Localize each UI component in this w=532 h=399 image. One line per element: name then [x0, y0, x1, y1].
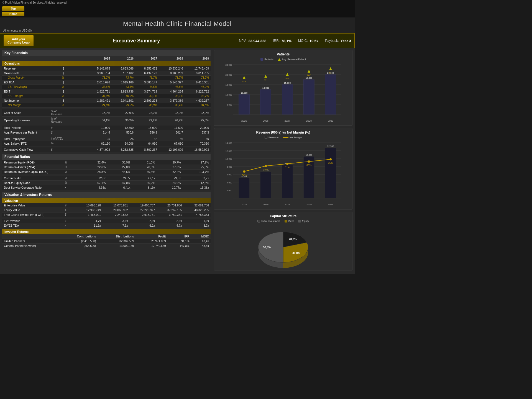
- table-row: Net Income$1.289.4912.041.3012.699.2783.…: [2, 98, 211, 103]
- revenue-legend-label: Revenue: [268, 136, 278, 139]
- svg-rect-62: [304, 157, 314, 198]
- svg-rect-22: [282, 85, 293, 114]
- revenue-margin-chart-title: Revenue (000's) vs Net Margin (%): [216, 131, 350, 134]
- svg-point-68: [243, 170, 245, 173]
- table-row: Current Ratio%22,8x24,7x27,1x29,5x32,7x: [2, 176, 211, 181]
- capital-structure-title: Capital Structure: [216, 214, 350, 218]
- svg-point-74: [308, 160, 310, 163]
- svg-rect-56: [260, 172, 271, 198]
- svg-text:637: 637: [329, 71, 332, 74]
- revenue-margin-legend: Revenue Net Margin: [216, 136, 350, 139]
- svg-text:2028: 2028: [306, 119, 312, 122]
- key-financials-table: 2025 2026 2027 2028 2029 OperationsReven…: [2, 56, 211, 152]
- pie-chart-svg: 20,0%30,0%50,0%: [247, 224, 319, 268]
- margin-legend-line: [283, 137, 288, 138]
- moic-metric: MOIC: 10,6x: [298, 39, 318, 43]
- npv-value: 23.944.328: [248, 39, 266, 43]
- avg-rev-legend-label: Avg. Revenue/Patient: [282, 58, 306, 61]
- valuation-sub-header: Valuation: [2, 198, 211, 203]
- svg-rect-27: [304, 80, 314, 114]
- inv-col-label: [2, 234, 58, 239]
- col-2026: 2026: [112, 56, 135, 61]
- col-2029: 2029: [185, 56, 211, 61]
- svg-text:20,0%: 20,0%: [289, 238, 296, 241]
- svg-text:24%: 24%: [242, 174, 247, 177]
- svg-text:33%: 33%: [306, 164, 311, 167]
- page-title: Mental Health Clinic Financial Model: [0, 17, 355, 29]
- main-layout: Key Financials 2025 2026 2027 2028 2029 …: [0, 48, 355, 274]
- debt-legend-color: [285, 220, 287, 222]
- initial-legend-color: [257, 220, 260, 222]
- home-button[interactable]: Home: [2, 12, 24, 16]
- investor-returns-header: Contributions Distributions Profit IRR M…: [2, 234, 211, 239]
- svg-text:2027: 2027: [285, 203, 290, 206]
- svg-text:2.000: 2.000: [227, 189, 232, 192]
- pie-section: 20,0%30,0%50,0%: [216, 224, 350, 268]
- avg-rev-legend-item: Avg. Revenue/Patient: [278, 58, 306, 61]
- table-row: EV/EBITDAx11,9x7,9x6,2x4,7x3,7x: [2, 223, 211, 228]
- table-row: Avg. Salary / FTE%62.16064.00664.96067.6…: [2, 141, 211, 146]
- right-panel: Patients Patients Avg. Revenue/Patient -…: [213, 50, 352, 273]
- svg-marker-29: [308, 70, 310, 73]
- table-row: Total Employees# of FTEs2526323640: [2, 137, 211, 141]
- top-button[interactable]: Top: [2, 6, 24, 11]
- patients-chart-svg: -5.00010.00015.00020.00025.00010.0005142…: [216, 62, 350, 123]
- exec-metrics: NPV: 23.944.328 IRR: 78,1% MOIC: 10,6x P…: [239, 39, 351, 43]
- svg-text:2029: 2029: [328, 119, 333, 122]
- svg-text:2026: 2026: [263, 119, 268, 122]
- svg-point-72: [286, 163, 288, 165]
- inv-col-distributions: Distributions: [98, 234, 135, 239]
- valuation-header: Valuation & Investors Returns: [2, 192, 211, 198]
- svg-text:5.000: 5.000: [227, 104, 232, 106]
- svg-text:8.000: 8.000: [227, 166, 232, 168]
- svg-text:-: -: [231, 197, 232, 200]
- irr-metric: IRR: 78,1%: [273, 39, 291, 43]
- initial-legend-label: Initial Investment: [261, 220, 280, 222]
- table-row: Operating Expenses% of Revenue36,1%30,2%…: [2, 116, 211, 124]
- npv-label: NPV:: [239, 39, 247, 43]
- margin-legend-label: Net Margin: [290, 136, 302, 139]
- inv-col-contributions: Contributions: [58, 234, 98, 239]
- company-logo: Add your Company Logo: [4, 35, 34, 46]
- svg-text:30,0%: 30,0%: [292, 252, 300, 255]
- table-row: Return on Invested Capital (ROIC)%28,8%4…: [2, 170, 211, 174]
- table-row: Debt Service Coverage Ratiox4,36x6,41x8,…: [2, 185, 211, 190]
- avg-rev-legend-icon: [278, 58, 281, 61]
- col-2027: 2027: [135, 56, 159, 61]
- margin-legend-item: Net Margin: [283, 136, 302, 139]
- col-2025: 2025: [88, 56, 112, 61]
- debt-legend-item: Debt: [285, 220, 294, 222]
- irr-label: IRR:: [273, 39, 280, 43]
- revenue-legend-item: Revenue: [265, 136, 278, 139]
- npv-metric: NPV: 23.944.328: [239, 39, 267, 43]
- svg-text:2025: 2025: [241, 203, 247, 206]
- key-financials-header: Key Financials: [2, 50, 211, 56]
- svg-rect-32: [325, 75, 336, 114]
- svg-rect-59: [282, 165, 293, 198]
- table-row: Gross Margin%73,7%73,7%73,7%73,7%73,7%: [2, 76, 211, 80]
- svg-text:2027: 2027: [285, 119, 290, 122]
- top-bar: © Profit Vision Financial Services. All …: [0, 0, 355, 5]
- investor-returns-table: Contributions Distributions Profit IRR M…: [2, 234, 211, 248]
- exec-title: Executive Summary: [39, 38, 234, 44]
- svg-text:10.000: 10.000: [226, 158, 232, 160]
- table-row: Cost of Sales% of Revenue22,0%22,0%22,0%…: [2, 109, 211, 117]
- svg-text:10.530: 10.530: [306, 154, 313, 156]
- table-row: Net Margin%24,0%29,5%30,9%33,4%34,8%: [2, 103, 211, 108]
- valuation-table: Enterprise Value$10.093.12815.075.83119.…: [2, 203, 211, 228]
- patients-legend-color: [260, 58, 263, 61]
- payback-label: Payback:: [325, 39, 339, 43]
- svg-text:15.000: 15.000: [226, 84, 232, 86]
- svg-text:602: 602: [307, 74, 311, 76]
- table-row: Avg. Revenue per Patient$514,4530,6556,9…: [2, 130, 211, 135]
- patients-chart-legend: Patients Avg. Revenue/Patient: [216, 58, 350, 61]
- debt-legend-label: Debt: [288, 220, 294, 222]
- svg-text:-: -: [231, 114, 232, 116]
- svg-text:557: 557: [285, 77, 289, 80]
- svg-text:31%: 31%: [285, 166, 290, 169]
- svg-text:2028: 2028: [306, 203, 312, 206]
- table-row: EBIT Margin%34,0%40,6%42,1%45,1%46,7%: [2, 94, 211, 98]
- list-item: General Partner (Owner)(268.500)13.009.1…: [2, 244, 211, 248]
- patients-chart-title: Patients: [216, 52, 350, 56]
- nav-buttons: Top Home: [0, 5, 355, 17]
